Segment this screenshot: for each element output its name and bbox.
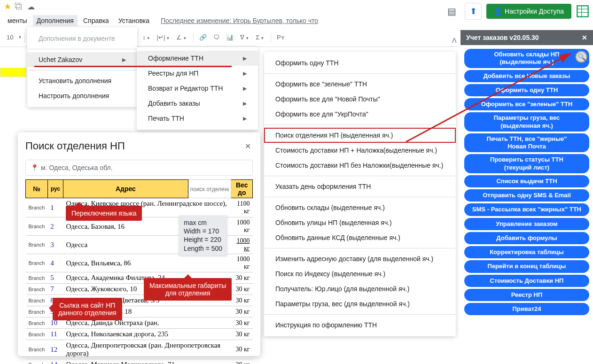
sidebar-action-button[interactable]: Корректировка таблицы: [464, 246, 589, 258]
sidebar-action-button[interactable]: Список выдачи ТТН: [464, 175, 589, 187]
callout-max-dimensions: Максимальные габариты для отделения: [144, 278, 232, 301]
magnifier-icon[interactable]: 🔍: [575, 51, 587, 63]
sidebar-action-button[interactable]: Параметры груза, вес (выделенная яч.): [464, 112, 589, 132]
sidebar-action-button[interactable]: Оформить все "зеленые" ТТН: [464, 98, 589, 110]
sidebar-action-button[interactable]: Реестр НП: [464, 289, 589, 301]
ttn-menu-item[interactable]: Инструкция по оформлению ТТН: [264, 318, 456, 333]
share-button[interactable]: 👤 Настройки Доступа: [486, 4, 571, 19]
callout-branch-link: Сылка на сайт НП данного отделения: [53, 298, 122, 320]
sidebar-close-icon[interactable]: ✕: [582, 34, 587, 41]
ttn-menu-item[interactable]: Обновить склады (выделенные яч.): [264, 200, 456, 215]
wrap-icon[interactable]: |↵|▼: [154, 33, 173, 42]
uchet-submenu: Оформление ТТН▶ Реестры для НП▶ Возврат …: [137, 47, 258, 130]
ttn-menu-item[interactable]: Получатель: Юр.лицо (для выделенной яч.): [264, 281, 456, 296]
table-row[interactable]: Branch11Одесса, Николаевская дорога, 235…: [26, 329, 253, 340]
menu-addons[interactable]: Дополнения: [33, 15, 78, 26]
ttn-menu-item[interactable]: Оформить одну ТТН: [264, 55, 456, 70]
menu-install-addons[interactable]: Установить дополнения: [27, 73, 137, 88]
table-row[interactable]: Branch14Одесса, Маршала Малиновского, 71…: [26, 359, 253, 364]
ttn-menu-item[interactable]: Изменить адресную доставку (для выделенн…: [264, 251, 456, 266]
sidebar-action-button[interactable]: Приват24: [464, 303, 589, 315]
menu-configure-addons[interactable]: Настроить дополнения: [27, 88, 137, 103]
menu-doc-addons: Дополнения в документе: [27, 31, 137, 46]
share-label: Настройки Доступа: [505, 8, 564, 15]
table-row[interactable]: Branch12Одесса, Днепропетровская (ран. Д…: [26, 340, 253, 359]
sidebar-action-button[interactable]: Обновить склады НП (выделенные яч.): [464, 49, 589, 68]
sidebar-action-button[interactable]: SMS - Рассылка всех "жирных" ТТН: [464, 203, 589, 216]
dialog-title: Поиск отделения НП: [25, 140, 253, 152]
ttn-menu-item[interactable]: Оформить все для "УкрПочта": [264, 107, 456, 122]
sigma-icon[interactable]: Σ▼: [253, 33, 267, 42]
ttn-actions-menu: Оформить одну ТТНОформить все "зеленые" …: [264, 52, 456, 336]
submenu-return-editor[interactable]: Возврат и Редактор ТТН▶: [137, 81, 258, 96]
submenu-add-orders[interactable]: Добавить заказы▶: [137, 96, 258, 111]
sidebar-action-button[interactable]: Управление заказом: [464, 218, 589, 230]
collapse-toolbar-icon[interactable]: ᐱ: [452, 37, 457, 44]
sidebar-action-button[interactable]: Отправить одну SMS & Email: [464, 189, 589, 201]
sidebar-action-button[interactable]: Стоимость Доставки НП: [464, 275, 589, 287]
sidebar-action-button[interactable]: Печать ТТН, все "жирные" Новая Почта: [464, 133, 589, 153]
filter-input[interactable]: [190, 186, 229, 193]
ttn-menu-item[interactable]: Оформить все для "Новой Почты": [264, 92, 456, 107]
move-icon[interactable]: ⿻: [15, 2, 23, 11]
city-search-input[interactable]: 📍 м. Одеса, Одеська обл.: [25, 160, 253, 176]
ttn-menu-item[interactable]: Поиск отделения НП (выделенная яч.): [264, 128, 456, 143]
submenu-arrow-icon: ▶: [122, 57, 126, 63]
ttn-menu-item[interactable]: Обновить улицы НП (выделенная яч.): [264, 215, 456, 230]
sidebar-action-button[interactable]: Добавить формулы: [464, 232, 589, 244]
col-lang[interactable]: рус: [47, 180, 63, 198]
py-icon[interactable]: Pʏ: [274, 33, 288, 42]
col-num: №: [26, 180, 48, 198]
cloud-icon[interactable]: ☁: [27, 2, 35, 11]
filter-icon[interactable]: ∇▼: [237, 33, 252, 42]
last-edit-link[interactable]: Последнее изменение: Игорь Буртылев, тол…: [161, 17, 318, 24]
sidebar-action-button[interactable]: Добавить все Новые заказы: [464, 70, 589, 82]
sidebar-action-button[interactable]: Проверить статусы ТТН (текущий лист): [464, 154, 589, 173]
menu-install[interactable]: Установка: [115, 15, 153, 26]
font-size[interactable]: 10: [4, 33, 16, 42]
comments-icon[interactable]: ▤: [443, 3, 460, 20]
sidebar-action-button[interactable]: Оформить одну ТТН: [464, 84, 589, 96]
submenu-ttn-create[interactable]: Оформление ТТН▶: [137, 51, 258, 66]
ttn-menu-item[interactable]: Стоимость доставки НП без Наложки(выделе…: [264, 158, 456, 173]
link-icon[interactable]: 🔗: [196, 33, 210, 42]
ttn-menu-item[interactable]: Оформить все "зеленые" ТТН: [264, 77, 456, 92]
table-row[interactable]: Branch4Одесса, Вильямса, 861000 кг: [26, 254, 253, 272]
annotation-underline: [34, 66, 232, 67]
person-icon: 👤: [494, 8, 502, 15]
callout-lang-switch: Переключения языка: [66, 206, 142, 221]
pin-icon: 📍: [31, 164, 39, 171]
ttn-menu-item[interactable]: Указать день оформления ТТН: [264, 179, 456, 194]
ttn-menu-item[interactable]: Поиск по Индексу (выделенные яч.): [264, 266, 456, 281]
menu-help[interactable]: Справка: [79, 15, 113, 26]
col-addr: Адрес: [63, 180, 188, 198]
dimensions-tooltip: max cm Width = 170 Height = 220 Length =…: [179, 216, 227, 256]
col-weight: Вес до: [231, 180, 253, 198]
ttn-menu-item[interactable]: Обновить данные КСД (выделенные яч.): [264, 230, 456, 245]
app-icon[interactable]: [576, 5, 589, 18]
rotate-icon[interactable]: ∠▼: [173, 33, 189, 42]
ttn-menu-item[interactable]: Стоимость доставки НП + Наложка(выделенн…: [264, 143, 456, 158]
sidebar-header: Учет заказов v20.05.30 ✕: [460, 30, 593, 45]
valign-icon[interactable]: ↕▼: [140, 33, 153, 42]
yellow-cell: [0, 68, 26, 77]
present-icon[interactable]: ⬆: [465, 3, 482, 20]
sidebar: Учет заказов v20.05.30 ✕ 🔍 Обновить скла…: [460, 30, 593, 319]
submenu-reestr-np[interactable]: Реестры для НП▶: [137, 66, 258, 81]
menu-uchet-zakazov[interactable]: Uchet Zakazov▶: [27, 52, 137, 67]
ttn-menu-item[interactable]: Параметры груза, вес (для выделенной яч.…: [264, 296, 456, 311]
addons-menu: Дополнения в документе Uchet Zakazov▶ Ус…: [27, 27, 137, 107]
chart-icon[interactable]: 📊: [223, 33, 236, 42]
star-icon[interactable]: ★: [4, 1, 11, 12]
svg-rect-0: [577, 6, 588, 16]
sidebar-action-button[interactable]: Перейти в конец таблицы: [464, 260, 589, 272]
submenu-print-ttn[interactable]: Печать ТТН▶: [137, 111, 258, 126]
close-icon[interactable]: ✕: [245, 142, 251, 151]
menu-instruments[interactable]: менты: [4, 15, 31, 26]
comment-icon[interactable]: 🗨: [211, 33, 222, 42]
